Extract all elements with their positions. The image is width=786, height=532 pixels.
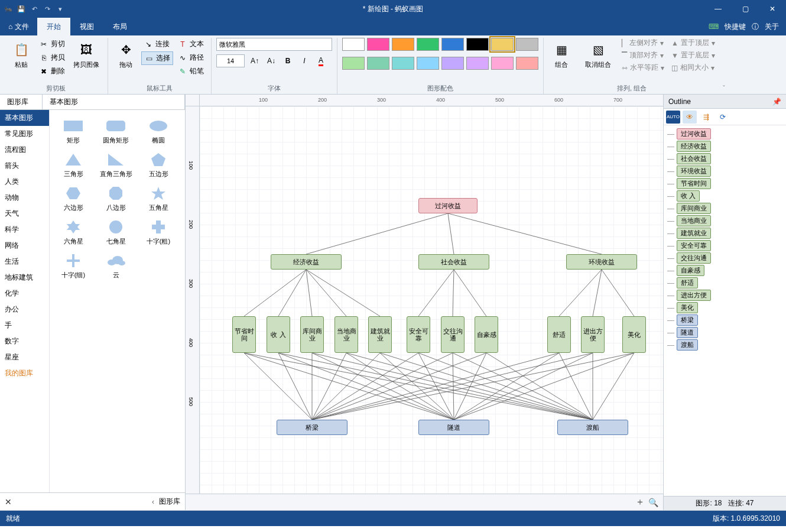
diagram-node[interactable]: 自豪感 (475, 316, 498, 353)
color-swatch[interactable] (417, 38, 439, 51)
category-item[interactable]: 化学 (0, 286, 49, 301)
diagram-node[interactable]: 桥梁 (277, 420, 347, 435)
shape-item[interactable]: 八边形 (95, 182, 137, 216)
category-item[interactable]: 网络 (0, 238, 49, 254)
diagram-node[interactable]: 环境收益 (566, 254, 637, 270)
maximize-button[interactable]: ▢ (732, 0, 759, 18)
outline-item[interactable]: —环境收益 (667, 165, 782, 177)
minimize-button[interactable]: — (704, 0, 732, 18)
pin-icon[interactable]: 📌 (772, 98, 781, 106)
drag-tool[interactable]: ✥拖动 (113, 38, 139, 72)
font-size-combo[interactable] (216, 54, 245, 67)
shrink-font-button[interactable]: A↓ (265, 54, 278, 67)
outline-item[interactable]: —当地商业 (667, 215, 782, 227)
outline-item[interactable]: —社会收益 (667, 153, 782, 165)
category-item[interactable]: 地标建筑 (0, 270, 49, 286)
back-icon[interactable]: ‹ (152, 498, 154, 506)
shape-item[interactable]: 五边形 (137, 148, 180, 182)
diagram-node[interactable]: 进出方便 (581, 316, 605, 353)
shape-item[interactable]: 云 (95, 249, 137, 283)
outline-item[interactable]: —库间商业 (667, 202, 782, 215)
italic-button[interactable]: I (298, 54, 311, 67)
diagram-node[interactable]: 节省时间 (232, 316, 256, 353)
diagram-node[interactable]: 库间商业 (300, 316, 324, 353)
color-swatch[interactable] (516, 57, 538, 70)
shape-item[interactable]: 圆角矩形 (95, 115, 137, 148)
category-item[interactable]: 常见图形 (0, 126, 49, 142)
shape-item[interactable]: 椭圆 (137, 115, 180, 148)
bring-front[interactable]: ▲置于顶层▾ (671, 38, 715, 48)
shape-item[interactable]: 十字(粗) (137, 216, 180, 249)
category-item[interactable]: 箭头 (0, 158, 49, 174)
outline-item[interactable]: —建筑就业 (667, 227, 782, 239)
align-left[interactable]: ▏左侧对齐▾ (622, 38, 664, 48)
color-swatch[interactable] (367, 57, 389, 70)
tab-home[interactable]: 开始 (37, 18, 70, 35)
category-item[interactable]: 我的图库 (0, 365, 49, 381)
color-swatch[interactable] (466, 57, 489, 70)
close-panel-icon[interactable]: ✕ (5, 497, 12, 507)
eye-icon[interactable]: 👁 (683, 111, 697, 124)
shape-item[interactable] (137, 249, 180, 283)
color-swatch[interactable] (516, 38, 538, 51)
lp-tab-library[interactable]: 图形库 (0, 95, 43, 109)
outline-item[interactable]: —安全可靠 (667, 239, 782, 252)
same-size[interactable]: ◫相同大小▾ (671, 63, 715, 73)
shape-item[interactable]: 十字(细) (52, 249, 95, 283)
diagram-node[interactable]: 隧道 (418, 420, 489, 435)
undo-icon[interactable]: ↶ (30, 4, 39, 14)
color-swatch[interactable] (417, 57, 439, 70)
category-item[interactable]: 生活 (0, 254, 49, 270)
diagram-node[interactable]: 当地商业 (334, 316, 358, 353)
category-item[interactable]: 星座 (0, 349, 49, 365)
diagram-node[interactable]: 美化 (622, 316, 646, 353)
category-item[interactable]: 科学 (0, 222, 49, 238)
cut-button[interactable]: ✂剪切 (37, 38, 67, 50)
copy-button[interactable]: ⎘拷贝 (37, 51, 67, 64)
outline-item[interactable]: —自豪感 (667, 264, 782, 277)
category-item[interactable]: 手 (0, 317, 49, 333)
shape-item[interactable]: 五角星 (137, 182, 180, 216)
delete-button[interactable]: ✖删除 (37, 65, 67, 77)
zoom-icon[interactable]: 🔍 (648, 498, 658, 507)
ungroup-button[interactable]: ▧取消组合 (582, 38, 615, 73)
color-swatch[interactable] (367, 38, 389, 51)
shape-item[interactable]: 六边形 (52, 182, 95, 216)
grow-font-button[interactable]: A↑ (248, 54, 261, 67)
outline-item[interactable]: —节省时间 (667, 177, 782, 190)
shape-item[interactable]: 七角星 (95, 216, 137, 249)
bold-button[interactable]: B (281, 54, 294, 67)
color-swatch[interactable] (491, 57, 514, 70)
paste-button[interactable]: 📋 粘贴 (8, 38, 34, 72)
outline-item[interactable]: —隧道 (667, 326, 782, 339)
canvas[interactable]: 过河收益经济收益社会收益环境收益节省时间收 入库间商业当地商业建筑就业安全可靠交… (200, 106, 663, 494)
diagram-node[interactable]: 舒适 (547, 316, 571, 353)
file-menu[interactable]: ⌂ 文件 (0, 18, 37, 35)
color-swatch[interactable] (466, 38, 489, 51)
shape-item[interactable]: 三角形 (52, 148, 95, 182)
ribbon-collapse[interactable]: ˇ (720, 38, 728, 94)
color-swatch[interactable] (392, 38, 414, 51)
category-item[interactable]: 流程图 (0, 142, 49, 158)
outline-item[interactable]: —桥梁 (667, 314, 782, 326)
about-label[interactable]: 关于 (765, 22, 779, 32)
color-swatch[interactable] (342, 38, 365, 51)
outline-item[interactable]: —收 入 (667, 190, 782, 202)
font-color-button[interactable]: A (314, 54, 327, 67)
redo-icon[interactable]: ↷ (43, 4, 52, 14)
outline-item[interactable]: —过河收益 (667, 128, 782, 140)
lp-tab-basic[interactable]: 基本图形 (43, 95, 185, 109)
category-item[interactable]: 基本图形 (0, 110, 49, 126)
category-item[interactable]: 人类 (0, 174, 49, 190)
save-icon[interactable]: 💾 (17, 4, 26, 14)
diagram-node[interactable]: 收 入 (267, 316, 290, 353)
diagram-node[interactable]: 安全可靠 (407, 316, 430, 353)
close-button[interactable]: ✕ (759, 0, 786, 18)
shortcut-label[interactable]: 快捷键 (725, 22, 746, 32)
diagram-node[interactable]: 社会收益 (418, 254, 489, 270)
category-item[interactable]: 数字 (0, 333, 49, 349)
refresh-icon[interactable]: ⟳ (716, 111, 730, 124)
pencil-tool[interactable]: ✎铅笔 (176, 65, 206, 77)
h-distribute[interactable]: ⇿水平等距▾ (622, 63, 664, 73)
color-swatch[interactable] (441, 38, 464, 51)
